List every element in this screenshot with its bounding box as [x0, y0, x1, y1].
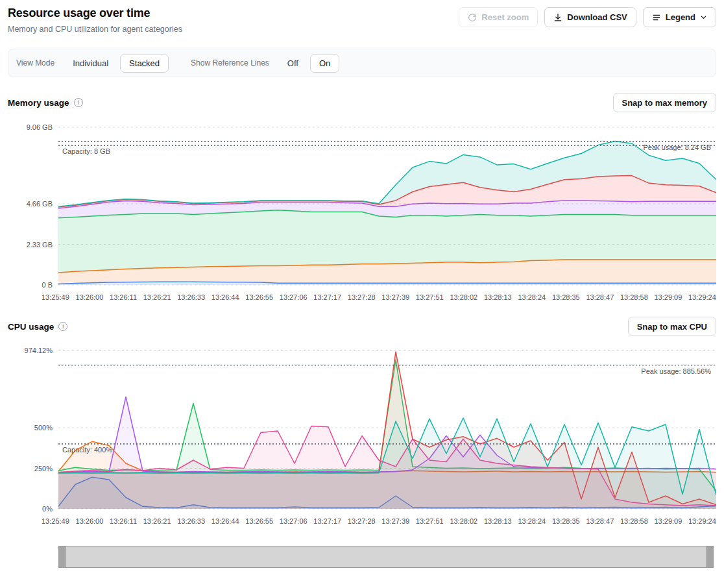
- x-tick-label: 13:28:47: [586, 517, 614, 525]
- reference-lines-label: Show Reference Lines: [191, 58, 269, 67]
- info-icon[interactable]: i: [74, 98, 83, 107]
- x-tick-label: 13:26:44: [211, 293, 239, 301]
- x-tick-label: 13:28:13: [484, 293, 512, 301]
- cpu-section-title: CPU usage: [8, 322, 54, 332]
- download-icon: [553, 13, 562, 22]
- x-tick-label: 13:26:00: [76, 517, 104, 525]
- x-tick-label: 13:28:24: [518, 517, 546, 525]
- page-header: Resource usage over time Memory and CPU …: [8, 5, 716, 34]
- legend-button[interactable]: Legend: [643, 7, 716, 27]
- memory-section-header: Memory usage i Snap to max memory: [8, 93, 716, 112]
- view-mode-stacked[interactable]: Stacked: [120, 54, 169, 73]
- time-range-brush[interactable]: [58, 546, 714, 568]
- x-tick-label: 13:29:24: [688, 517, 716, 525]
- reference-line-label: Capacity: 8 GB: [62, 147, 110, 155]
- x-tick-label: 13:26:00: [76, 293, 104, 301]
- page-header-text: Resource usage over time Memory and CPU …: [8, 5, 182, 34]
- y-tick-label: 9.06 GB: [27, 123, 53, 131]
- memory-chart: 9.06 GB4.66 GB2.33 GB0 B Capacity: 8 GBP…: [8, 117, 716, 289]
- x-tick-label: 13:28:35: [552, 517, 580, 525]
- x-tick-label: 13:28:24: [518, 293, 546, 301]
- chevron-down-icon: [700, 14, 707, 21]
- view-mode-label: View Mode: [16, 58, 54, 67]
- x-tick-label: 13:26:55: [245, 517, 273, 525]
- x-tick-label: 13:25:49: [42, 517, 69, 525]
- y-tick-label: 0%: [42, 505, 53, 513]
- y-tick-label: 4.66 GB: [27, 200, 53, 208]
- y-tick-label: 0 B: [42, 281, 53, 289]
- reference-line-label: Peak usage: 8.24 GB: [643, 143, 711, 151]
- download-csv-label: Download CSV: [567, 12, 627, 22]
- download-csv-button[interactable]: Download CSV: [544, 7, 636, 27]
- x-tick-label: 13:26:11: [110, 293, 137, 301]
- x-tick-label: 13:26:21: [143, 293, 171, 301]
- x-tick-label: 13:26:33: [177, 517, 205, 525]
- brush-handle-left[interactable]: [59, 546, 66, 567]
- x-tick-label: 13:29:24: [688, 293, 716, 301]
- page-title: Resource usage over time: [8, 6, 182, 20]
- legend-label: Legend: [666, 12, 695, 22]
- y-tick-label: 500%: [34, 424, 53, 432]
- memory-section-title-wrap: Memory usage i: [8, 98, 83, 108]
- memory-x-axis: 13:25:4913:26:0013:26:1113:26:2113:26:33…: [42, 293, 716, 301]
- x-tick-label: 13:27:06: [280, 293, 308, 301]
- memory-chart-canvas: [58, 117, 716, 289]
- reference-line-label: Capacity: 400%: [62, 446, 112, 454]
- time-range-brush-row: [8, 546, 716, 568]
- resource-usage-page: Resource usage over time Memory and CPU …: [0, 0, 724, 588]
- x-tick-label: 13:27:39: [381, 293, 409, 301]
- x-tick-label: 13:27:28: [348, 517, 376, 525]
- brush-handle-right[interactable]: [706, 546, 713, 567]
- x-tick-label: 13:28:02: [450, 517, 477, 525]
- x-tick-label: 13:29:09: [654, 517, 682, 525]
- x-tick-label: 13:27:39: [381, 517, 409, 525]
- legend-list-icon: [652, 13, 661, 22]
- cpu-chart-canvas: [58, 341, 716, 513]
- x-tick-label: 13:28:13: [484, 517, 512, 525]
- reference-line-label: Peak usage: 885.56%: [641, 367, 711, 375]
- x-tick-label: 13:29:09: [654, 293, 682, 301]
- x-tick-label: 13:27:51: [416, 293, 444, 301]
- view-mode-individual[interactable]: Individual: [64, 54, 117, 73]
- info-icon[interactable]: i: [58, 322, 67, 331]
- reset-zoom-button[interactable]: Reset zoom: [459, 7, 538, 27]
- snap-max-memory-button[interactable]: Snap to max memory: [613, 93, 717, 112]
- x-tick-label: 13:28:02: [450, 293, 477, 301]
- x-tick-label: 13:27:17: [313, 517, 341, 525]
- memory-section-title: Memory usage: [8, 98, 69, 108]
- x-tick-label: 13:28:47: [586, 293, 614, 301]
- x-tick-label: 13:26:11: [110, 517, 137, 525]
- cpu-section-header: CPU usage i Snap to max CPU: [8, 317, 716, 336]
- x-tick-label: 13:28:58: [620, 517, 648, 525]
- cpu-x-axis: 13:25:4913:26:0013:26:1113:26:2113:26:33…: [42, 517, 716, 525]
- cpu-plot-area[interactable]: Peak usage: 885.56%Capacity: 400%: [58, 341, 716, 513]
- x-tick-label: 13:27:17: [313, 293, 341, 301]
- memory-y-axis: 9.06 GB4.66 GB2.33 GB0 B: [8, 117, 58, 289]
- brush-selection[interactable]: [66, 546, 706, 567]
- chart-controls-toolbar: View Mode Individual Stacked Show Refere…: [8, 49, 716, 77]
- x-tick-label: 13:26:55: [245, 293, 273, 301]
- x-tick-label: 13:26:21: [143, 517, 171, 525]
- y-tick-label: 2.33 GB: [27, 241, 53, 249]
- reset-zoom-icon: [468, 13, 477, 22]
- y-tick-label: 250%: [34, 465, 53, 472]
- x-tick-label: 13:28:58: [620, 293, 648, 301]
- x-tick-label: 13:27:06: [280, 517, 308, 525]
- header-actions: Reset zoom Download CSV Legend: [459, 5, 716, 27]
- x-tick-label: 13:27:28: [348, 293, 376, 301]
- cpu-y-axis: 974.12%500%250%0%: [8, 341, 58, 513]
- x-tick-label: 13:28:35: [552, 293, 580, 301]
- cpu-chart: 974.12%500%250%0% Peak usage: 885.56%Cap…: [8, 341, 716, 513]
- reset-zoom-label: Reset zoom: [481, 12, 529, 22]
- reference-lines-on[interactable]: On: [310, 54, 339, 73]
- cpu-section-title-wrap: CPU usage i: [8, 322, 67, 332]
- x-tick-label: 13:26:44: [211, 517, 239, 525]
- reference-lines-off[interactable]: Off: [278, 54, 308, 73]
- x-tick-label: 13:25:49: [42, 293, 69, 301]
- x-tick-label: 13:26:33: [177, 293, 205, 301]
- x-tick-label: 13:27:51: [416, 517, 444, 525]
- snap-max-cpu-button[interactable]: Snap to max CPU: [628, 317, 716, 336]
- memory-plot-area[interactable]: Capacity: 8 GBPeak usage: 8.24 GB: [58, 117, 716, 289]
- y-tick-label: 974.12%: [25, 347, 53, 354]
- page-subtitle: Memory and CPU utilization for agent cat…: [8, 25, 182, 34]
